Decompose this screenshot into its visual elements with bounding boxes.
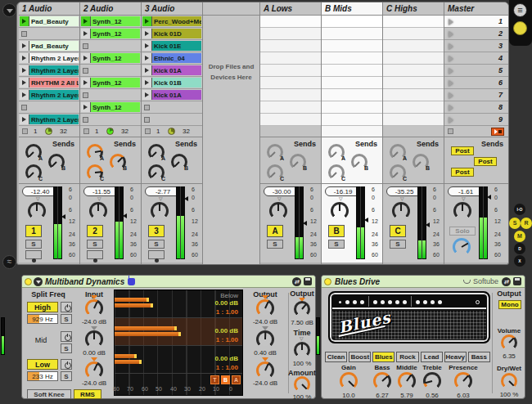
scene-launch-icon[interactable] — [449, 68, 453, 74]
arm-button[interactable] — [148, 250, 165, 259]
clip-launch-icon[interactable] — [142, 29, 152, 38]
scene-slot[interactable]: 1 — [444, 16, 508, 28]
clip-slot[interactable]: Rhythm 2 Layer — [19, 89, 79, 101]
scene-slot[interactable]: 6 — [444, 77, 508, 89]
mode-bass-button[interactable]: Bass — [468, 352, 490, 362]
mode-rock-button[interactable]: Rock — [396, 352, 418, 362]
track-activator-button[interactable]: 1 — [25, 225, 42, 237]
arm-button[interactable] — [87, 250, 103, 259]
track-header[interactable]: 3 Audio — [142, 2, 202, 16]
track-activator-button[interactable]: C — [390, 225, 406, 237]
low-input-knob[interactable] — [85, 361, 103, 379]
clip-launch-icon[interactable] — [20, 41, 29, 51]
clip-stop-icon[interactable] — [83, 117, 88, 123]
clip-launch-icon[interactable] — [81, 102, 91, 112]
scene-launch-icon[interactable] — [449, 117, 453, 123]
pan-knob[interactable] — [331, 202, 349, 220]
track-activator-button[interactable]: 2 — [87, 225, 103, 237]
scene-launch-icon[interactable] — [449, 80, 453, 87]
track-header[interactable]: Master — [444, 2, 508, 16]
scene-slot[interactable]: 9 — [444, 114, 508, 126]
scene-slot[interactable]: 8 — [444, 101, 508, 114]
clip-slot[interactable]: Kick 01A — [142, 89, 202, 101]
clip-slot[interactable]: Kick 01D — [142, 28, 202, 40]
stop-icon[interactable] — [22, 128, 28, 134]
clip-slot-stop[interactable] — [80, 40, 141, 52]
stop-icon[interactable] — [448, 128, 453, 134]
scene-slot[interactable]: 3 — [444, 40, 508, 52]
time-display-button[interactable]: T — [210, 375, 219, 384]
clip-slot[interactable]: Kick 01E — [142, 40, 202, 52]
device-title-bar[interactable]: Blues Drive Softube — [322, 276, 525, 288]
solo-button[interactable]: S — [328, 240, 345, 249]
high-band-solo-button[interactable]: S — [61, 314, 72, 324]
scene-slot[interactable]: 4 — [444, 52, 508, 65]
solo-button[interactable]: S — [390, 240, 406, 249]
arm-button[interactable] — [25, 250, 42, 259]
fader-position-icon[interactable] — [61, 214, 65, 219]
solo-button[interactable]: S — [148, 240, 165, 249]
hot-swap-icon[interactable] — [292, 277, 301, 286]
mode-clean-button[interactable]: Clean — [325, 352, 347, 362]
browser-toggle-icon[interactable] — [2, 3, 16, 17]
above-display-button[interactable]: A — [232, 375, 241, 384]
mode-blues-button[interactable]: Blues — [372, 352, 394, 362]
clip-slot-stop[interactable] — [80, 114, 141, 126]
scene-slot[interactable]: 7 — [444, 89, 508, 101]
clip-launch-icon[interactable] — [142, 53, 152, 63]
clip-launch-icon[interactable] — [20, 16, 29, 26]
soft-knee-button[interactable]: Soft Knee — [27, 389, 71, 399]
clip-launch-icon[interactable] — [81, 16, 91, 26]
track-activator-button[interactable]: A — [267, 225, 283, 237]
send-b-pre-post-button[interactable]: Post — [474, 157, 497, 166]
scene-launch-icon[interactable] — [449, 43, 453, 50]
clip-stop-icon[interactable] — [83, 68, 88, 74]
dry-wet-knob[interactable] — [501, 373, 517, 389]
solo-button[interactable]: S — [87, 240, 103, 249]
middle-knob[interactable] — [398, 372, 416, 390]
clip-launch-icon[interactable] — [142, 16, 152, 26]
high-split-freq-field[interactable]: 929 Hz — [27, 314, 58, 324]
clip-slot[interactable]: Pad_Beauty — [19, 16, 79, 28]
mode-heavy-button[interactable]: Heavy — [444, 352, 467, 362]
clip-stop-icon[interactable] — [83, 92, 88, 98]
stop-all-clips-button[interactable] — [491, 128, 504, 136]
low-split-freq-field[interactable]: 233 Hz — [27, 371, 58, 381]
pan-knob[interactable] — [89, 202, 107, 220]
clip-stop-icon[interactable] — [144, 117, 150, 123]
clip-launch-icon[interactable] — [20, 53, 29, 63]
toggle-mixer[interactable]: M — [514, 231, 525, 242]
clip-slot[interactable]: Synth_12 — [80, 28, 141, 40]
fader-position-icon[interactable] — [123, 213, 127, 218]
track-activator-button[interactable]: B — [328, 225, 345, 237]
clip-launch-icon[interactable] — [20, 78, 29, 88]
clip-stop-icon[interactable] — [21, 105, 27, 110]
track-header[interactable]: 2 Audio — [80, 2, 141, 16]
clip-slot-stop[interactable] — [19, 101, 79, 114]
fader-position-icon[interactable] — [303, 221, 307, 226]
multiband-display[interactable]: Below 0.00 dB 1 : 1.00 0.00 dB 1 : 1.00 … — [114, 290, 243, 396]
hot-swap-icon[interactable] — [502, 277, 511, 286]
scene-launch-icon[interactable] — [449, 31, 453, 38]
track-header[interactable]: A Lows — [260, 2, 321, 16]
clip-slot[interactable]: Rhythm 2 Layer — [19, 114, 79, 126]
presence-knob[interactable] — [454, 372, 472, 390]
clip-slot-stop[interactable] — [142, 114, 202, 126]
clip-slot[interactable]: Synth_12 — [80, 52, 141, 65]
high-input-knob[interactable] — [85, 299, 103, 317]
treble-knob[interactable] — [423, 372, 441, 390]
low-band-solo-button[interactable]: S — [61, 371, 72, 381]
clip-stop-icon[interactable] — [21, 31, 27, 37]
mode-boost-button[interactable]: Boost — [349, 352, 371, 362]
status-indicator-icon[interactable] — [513, 21, 527, 35]
pan-knob[interactable] — [151, 202, 169, 220]
toggle-crossfader[interactable]: X — [514, 255, 525, 267]
pan-knob[interactable] — [453, 202, 471, 220]
gain-knob[interactable] — [340, 372, 358, 390]
stop-icon[interactable] — [145, 128, 151, 134]
clip-slot[interactable]: Perc_Wood+Met — [142, 16, 202, 28]
high-band-button[interactable]: High — [27, 302, 58, 312]
clip-slot[interactable]: Rhythm 2 Layer — [19, 65, 79, 77]
scene-launch-icon[interactable] — [449, 105, 453, 111]
fader-position-icon[interactable] — [364, 218, 368, 222]
